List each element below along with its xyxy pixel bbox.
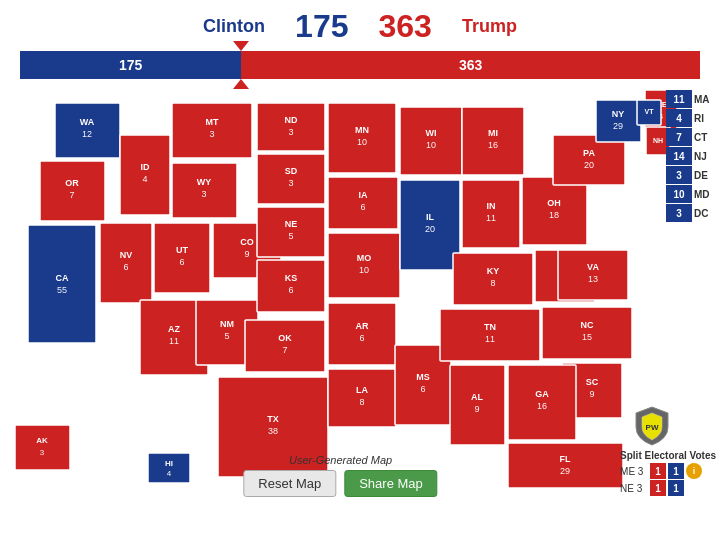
state-votes-DC: 3: [666, 204, 692, 222]
svg-text:10: 10: [357, 137, 367, 147]
svg-text:FL: FL: [560, 454, 571, 464]
svg-text:8: 8: [359, 397, 364, 407]
svg-text:18: 18: [549, 210, 559, 220]
state-name-CT: CT: [694, 132, 716, 143]
state-CA[interactable]: [28, 225, 96, 343]
svg-text:3: 3: [209, 129, 214, 139]
svg-text:10: 10: [426, 140, 436, 150]
svg-text:KY: KY: [487, 266, 500, 276]
trump-label: Trump: [462, 16, 517, 37]
map-label: User-Generated Map: [243, 454, 437, 466]
clinton-label: Clinton: [203, 16, 265, 37]
svg-text:UT: UT: [176, 245, 188, 255]
state-votes-DE: 3: [666, 166, 692, 184]
info-button-ME[interactable]: i: [686, 463, 702, 479]
progress-bar: 175 363: [20, 51, 700, 79]
blue-progress: 175: [20, 51, 241, 79]
svg-text:20: 20: [584, 160, 594, 170]
svg-text:7: 7: [282, 345, 287, 355]
svg-text:16: 16: [537, 401, 547, 411]
svg-text:11: 11: [485, 334, 495, 344]
svg-text:11: 11: [486, 213, 496, 223]
shield-logo: PW: [634, 405, 670, 445]
svg-text:AK: AK: [36, 436, 48, 445]
split-label-ME: ME 3: [620, 466, 648, 477]
svg-text:6: 6: [179, 257, 184, 267]
svg-text:9: 9: [244, 249, 249, 259]
svg-text:7: 7: [69, 190, 74, 200]
svg-text:4: 4: [167, 469, 172, 478]
state-name-NJ: NJ: [694, 151, 716, 162]
svg-text:3: 3: [40, 448, 45, 457]
svg-text:IN: IN: [487, 201, 496, 211]
state-votes-CT: 7: [666, 128, 692, 146]
svg-text:29: 29: [613, 121, 623, 131]
svg-text:OK: OK: [278, 333, 292, 343]
svg-text:NM: NM: [220, 319, 234, 329]
svg-text:12: 12: [82, 129, 92, 139]
svg-text:38: 38: [268, 426, 278, 436]
svg-text:CA: CA: [56, 273, 69, 283]
user-gen-box: User-Generated Map Reset Map Share Map: [243, 454, 437, 497]
state-HI[interactable]: [148, 453, 190, 483]
share-map-button[interactable]: Share Map: [344, 470, 438, 497]
split-red-NE: 1: [650, 480, 666, 496]
svg-text:OH: OH: [547, 198, 561, 208]
svg-text:TN: TN: [484, 322, 496, 332]
state-name-DE: DE: [694, 170, 716, 181]
svg-text:MI: MI: [488, 128, 498, 138]
svg-text:NH: NH: [653, 137, 663, 144]
svg-text:6: 6: [420, 384, 425, 394]
svg-text:3: 3: [288, 178, 293, 188]
svg-text:IL: IL: [426, 212, 435, 222]
header: Clinton 175 363 Trump: [0, 0, 720, 49]
svg-text:4: 4: [142, 174, 147, 184]
state-row-RI: 4 RI: [666, 109, 716, 127]
svg-text:55: 55: [57, 285, 67, 295]
state-row-MA: 11 MA: [666, 90, 716, 108]
state-row-MD: 10 MD: [666, 185, 716, 203]
split-label-NE: NE 3: [620, 483, 648, 494]
split-electoral-panel: Split Electoral Votes ME 3 1 1 i NE 3 1 …: [620, 450, 716, 497]
svg-text:8: 8: [490, 278, 495, 288]
svg-text:3: 3: [288, 127, 293, 137]
state-name-MA: MA: [694, 94, 716, 105]
svg-text:3: 3: [201, 189, 206, 199]
split-blue-ME: 1: [668, 463, 684, 479]
svg-text:WA: WA: [80, 117, 95, 127]
state-name-DC: DC: [694, 208, 716, 219]
split-row-ME: ME 3 1 1 i: [620, 463, 716, 479]
split-blue-NE: 1: [668, 480, 684, 496]
svg-text:6: 6: [359, 333, 364, 343]
svg-text:PW: PW: [646, 423, 659, 432]
svg-text:MT: MT: [206, 117, 219, 127]
state-row-NJ: 14 NJ: [666, 147, 716, 165]
svg-text:WY: WY: [197, 177, 212, 187]
state-votes-NJ: 14: [666, 147, 692, 165]
electoral-progress-bar: 175 363: [20, 51, 700, 79]
svg-text:LA: LA: [356, 385, 368, 395]
svg-text:WI: WI: [426, 128, 437, 138]
svg-text:ND: ND: [285, 115, 298, 125]
svg-text:IA: IA: [359, 190, 369, 200]
svg-text:OR: OR: [65, 178, 79, 188]
red-progress: 363: [241, 51, 700, 79]
svg-text:AR: AR: [356, 321, 369, 331]
reset-map-button[interactable]: Reset Map: [243, 470, 336, 497]
svg-text:29: 29: [560, 466, 570, 476]
state-name-MD: MD: [694, 189, 716, 200]
right-state-panel: 11 MA 4 RI 7 CT 14 NJ 3 DE 10 MD 3 DC: [666, 90, 716, 222]
svg-text:PA: PA: [583, 148, 595, 158]
split-title: Split Electoral Votes: [620, 450, 716, 461]
svg-text:NE: NE: [285, 219, 298, 229]
svg-text:MS: MS: [416, 372, 430, 382]
svg-text:5: 5: [288, 231, 293, 241]
trump-votes: 363: [378, 8, 431, 45]
map-area: WA 12 OR 7 CA 55 ID 4 NV 6 MT 3 WY 3 UT …: [0, 85, 720, 505]
svg-text:KS: KS: [285, 273, 298, 283]
split-row-NE: NE 3 1 1: [620, 480, 716, 496]
state-row-DE: 3 DE: [666, 166, 716, 184]
svg-text:6: 6: [360, 202, 365, 212]
svg-text:9: 9: [589, 389, 594, 399]
svg-text:9: 9: [474, 404, 479, 414]
